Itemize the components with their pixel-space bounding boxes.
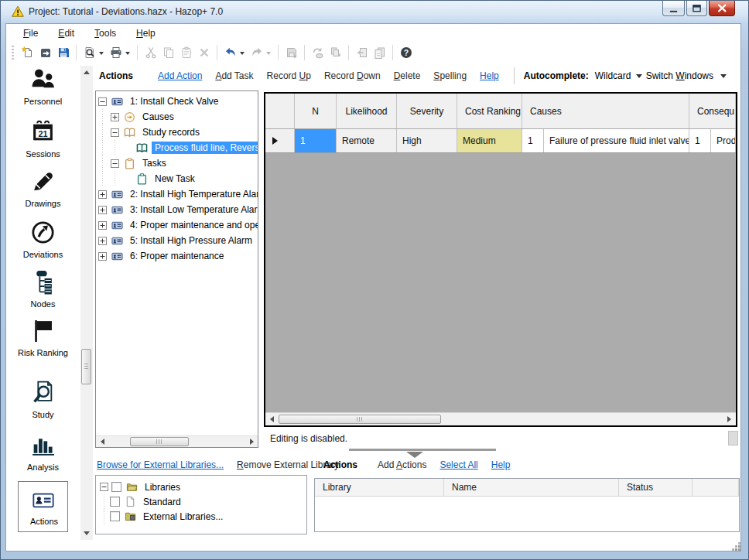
tree-item[interactable]: 1: Install Check Valve xyxy=(96,94,258,109)
tree-item[interactable]: 5: Install High Pressure Alarm xyxy=(96,233,258,248)
tree-item-label[interactable]: 5: Install High Pressure Alarm xyxy=(127,234,255,247)
cell-likelihood[interactable]: Remote xyxy=(337,129,397,152)
cut-button[interactable] xyxy=(142,44,159,61)
copy-record-up-button[interactable] xyxy=(309,44,327,61)
undo-dropdown-caret[interactable] xyxy=(240,52,245,57)
save-button[interactable] xyxy=(54,44,72,61)
menu-file[interactable]: File xyxy=(17,26,44,40)
scroll-thumb[interactable] xyxy=(130,437,189,446)
sidebar-item-nodes[interactable]: Nodes xyxy=(6,270,80,309)
sidebar-scrollbar[interactable] xyxy=(80,66,93,540)
browse-for-external-libraries-link[interactable]: Browse for External Libraries... xyxy=(97,459,224,470)
tree-item[interactable]: Study records xyxy=(96,125,258,140)
column-header-causes[interactable]: Causes xyxy=(522,94,689,128)
sidebar-item-drawings[interactable]: Drawings xyxy=(6,169,80,209)
column-header-likelihood[interactable]: Likelihood xyxy=(337,94,397,128)
cell-conseq-num[interactable]: 1 xyxy=(689,129,711,152)
grid-row[interactable]: 1RemoteHighMedium1Failure of pressure fl… xyxy=(265,129,736,153)
cell-consequence[interactable]: Produ xyxy=(711,129,736,152)
help-button[interactable]: ? xyxy=(397,44,415,61)
tree-item[interactable]: 6: Proper maintenance xyxy=(96,248,258,264)
library-tree-item[interactable]: External Libraries... xyxy=(96,509,306,524)
tree-item-label[interactable]: 2: Install High Temperature Alarm xyxy=(127,188,258,200)
tree-item[interactable]: Process fluid line, Revers xyxy=(96,140,258,155)
tree-item-label[interactable]: Study records xyxy=(139,126,203,138)
tree-item-label[interactable]: New Task xyxy=(152,172,198,185)
checkbox-unchecked[interactable] xyxy=(110,497,120,507)
collapse-icon[interactable] xyxy=(98,97,107,106)
autocomplete-dropdown[interactable]: Wildcard xyxy=(595,70,643,81)
column-header-cost-ranking[interactable]: Cost Ranking xyxy=(457,94,522,128)
select-all-link[interactable]: Select All xyxy=(439,459,477,470)
tree-item-label[interactable]: 6: Proper maintenance xyxy=(127,250,227,262)
sidebar-item-analysis[interactable]: Analysis xyxy=(6,433,80,473)
record-up-button[interactable]: Record Up xyxy=(267,70,311,81)
cell-cost-ranking[interactable]: Medium xyxy=(457,129,522,152)
delete-button[interactable]: Delete xyxy=(394,70,421,81)
toolbar-grip[interactable] xyxy=(12,46,14,60)
add-task-button[interactable]: Add Task xyxy=(215,70,253,81)
print-preview-dropdown-caret[interactable] xyxy=(99,52,104,57)
tree-item-label[interactable]: Tasks xyxy=(139,157,169,169)
print-button[interactable] xyxy=(107,44,125,61)
scroll-down-arrow[interactable] xyxy=(80,528,93,540)
print-preview-button[interactable] xyxy=(80,44,98,61)
sidebar-item-personnel[interactable]: Personnel xyxy=(6,67,80,107)
tree-item-label[interactable]: Causes xyxy=(139,111,177,123)
sidebar-item-risk-ranking[interactable]: Risk Ranking xyxy=(6,319,80,358)
scroll-left-arrow[interactable] xyxy=(96,436,108,447)
tree-item[interactable]: 4: Proper maintenance and opera xyxy=(96,217,258,233)
sidebar-item-study[interactable]: Study xyxy=(6,381,80,420)
tree-item-label[interactable]: 1: Install Check Valve xyxy=(127,95,222,108)
table-column-header-spacer[interactable] xyxy=(693,479,739,496)
minimize-button[interactable] xyxy=(662,1,685,16)
menu-tools[interactable]: Tools xyxy=(88,26,122,40)
cell-cause-num[interactable]: 1 xyxy=(522,129,544,152)
menu-help[interactable]: Help xyxy=(130,26,162,40)
record-down-button[interactable]: Record Down xyxy=(324,70,381,81)
tree-horizontal-scrollbar[interactable] xyxy=(96,435,258,447)
spelling-button[interactable]: Spelling xyxy=(433,70,467,81)
delete-button[interactable] xyxy=(195,44,213,61)
table-column-header-library[interactable]: Library xyxy=(315,479,444,496)
sidebar-item-actions[interactable]: Actions xyxy=(18,481,68,532)
undo-button[interactable] xyxy=(221,44,239,61)
add-action-link[interactable]: Add Action xyxy=(158,70,202,81)
expand-icon[interactable] xyxy=(98,237,107,245)
column-header-consequ[interactable]: Consequ xyxy=(689,94,736,128)
table-column-header-status[interactable]: Status xyxy=(619,479,693,496)
expand-icon[interactable] xyxy=(98,206,107,214)
titlebar[interactable]: Project: Tutorial - Deviations.hazx - Ha… xyxy=(1,1,748,23)
row-selector-cell[interactable] xyxy=(265,129,295,152)
tree-item-label[interactable]: Process fluid line, Revers xyxy=(152,142,258,154)
sidebar-item-deviations[interactable]: Deviations xyxy=(6,220,80,260)
expand-icon[interactable] xyxy=(98,221,107,230)
tree-item[interactable]: Tasks xyxy=(96,155,258,171)
close-button[interactable] xyxy=(709,1,735,16)
checkbox-unchecked[interactable] xyxy=(111,482,121,492)
tree-item[interactable]: 2: Install High Temperature Alarm xyxy=(96,186,258,202)
menu-edit[interactable]: Edit xyxy=(52,26,80,40)
library-tree-item[interactable]: Libraries xyxy=(96,480,306,494)
save-records-button[interactable] xyxy=(282,44,300,61)
cell-cause[interactable]: Failure of pressure fluid inlet valve xyxy=(544,129,689,152)
collapse-bottom-splitter-arrow[interactable] xyxy=(406,452,423,458)
tree-item[interactable]: 3: Install Low Temperature Alarm xyxy=(96,202,258,217)
maximize-button[interactable] xyxy=(686,1,707,16)
paste-record-down-button[interactable] xyxy=(371,44,388,61)
column-header-severity[interactable]: Severity xyxy=(397,94,457,128)
paste-button[interactable] xyxy=(177,44,195,61)
column-header-row-selector[interactable] xyxy=(265,94,295,128)
collapse-icon[interactable] xyxy=(100,483,108,491)
tree-item[interactable]: Causes xyxy=(96,109,258,125)
sidebar-item-sessions[interactable]: 21Sessions xyxy=(6,120,80,159)
resize-grip[interactable] xyxy=(730,541,741,551)
grid-horizontal-scrollbar[interactable] xyxy=(265,412,736,425)
scroll-thumb[interactable] xyxy=(279,415,441,424)
scroll-right-arrow[interactable] xyxy=(246,436,258,447)
cell-severity[interactable]: High xyxy=(397,129,457,152)
redo-button[interactable] xyxy=(248,44,265,61)
copy-button[interactable] xyxy=(159,44,177,61)
scroll-thumb[interactable] xyxy=(81,349,91,384)
checkbox-unchecked[interactable] xyxy=(110,511,120,521)
